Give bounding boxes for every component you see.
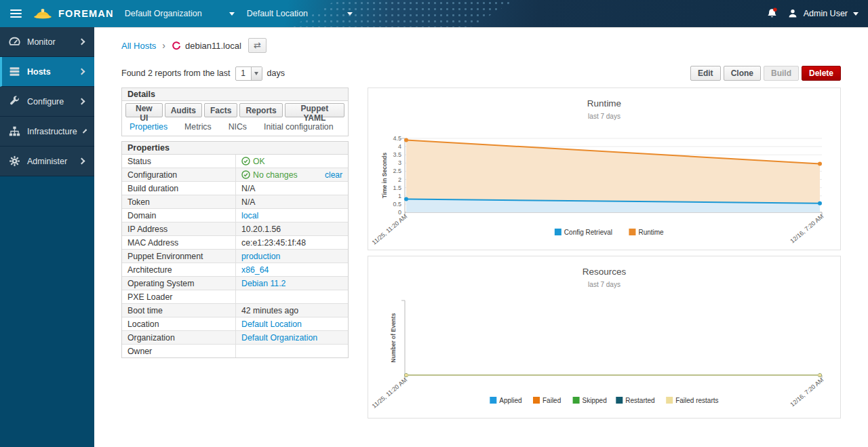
foreman-hardhat-logo-icon xyxy=(33,5,53,22)
wrench-icon xyxy=(9,96,20,107)
svg-text:4.5: 4.5 xyxy=(393,135,401,142)
properties-heading: Properties xyxy=(122,142,348,155)
days-select[interactable]: 1 xyxy=(235,66,262,81)
sidebar-item-monitor[interactable]: Monitor xyxy=(0,27,94,57)
property-value: 42 minutes ago xyxy=(235,304,348,317)
tab-metrics[interactable]: Metrics xyxy=(184,122,212,132)
clear-link[interactable]: clear xyxy=(325,170,342,180)
resources-chart-panel: Resources last 7 days Number of Events11… xyxy=(368,256,841,419)
property-value: N/A xyxy=(235,182,348,195)
property-row-operating-system: Operating SystemDebian 11.2 xyxy=(122,277,348,290)
location-label: Default Location xyxy=(247,9,308,18)
svg-text:2: 2 xyxy=(398,176,401,183)
new-ui-button[interactable]: New UI xyxy=(125,103,163,117)
property-value[interactable]: local xyxy=(235,209,348,222)
property-value[interactable]: Default Organization xyxy=(235,331,348,344)
check-circle-icon xyxy=(241,157,250,166)
sidebar-item-hosts[interactable]: Hosts xyxy=(0,57,94,87)
user-name: Admin User xyxy=(804,9,848,18)
days-select-arrow[interactable] xyxy=(251,67,262,80)
build-button: Build xyxy=(764,66,799,81)
organization-label: Default Organization xyxy=(125,9,202,18)
property-value: No changesclear xyxy=(235,168,348,181)
delete-button[interactable]: Delete xyxy=(802,66,841,81)
svg-text:4: 4 xyxy=(398,143,401,150)
svg-text:Runtime: Runtime xyxy=(638,229,664,236)
svg-text:3.5: 3.5 xyxy=(393,151,401,158)
notifications-bell-icon[interactable] xyxy=(766,7,778,20)
runtime-chart: 00.511.522.533.544.5Time in Seconds11/25… xyxy=(368,119,841,250)
legend-item-failed-restarts[interactable]: Failed restarts xyxy=(666,397,718,404)
architecture-link[interactable]: x86_64 xyxy=(241,265,269,275)
sidebar-item-label: Infrastructure xyxy=(27,127,77,136)
property-row-ip-address: IP Address10.20.1.56 xyxy=(122,222,348,236)
property-row-mac-address: MAC Addressce:e1:23:45:1f:48 xyxy=(122,236,348,250)
legend-item-failed[interactable]: Failed xyxy=(533,397,561,404)
check-circle-icon xyxy=(241,170,250,179)
reports-button[interactable]: Reports xyxy=(239,103,282,117)
property-value: OK xyxy=(235,155,348,168)
property-row-boot-time: Boot time42 minutes ago xyxy=(122,304,348,317)
property-value: ce:e1:23:45:1f:48 xyxy=(235,236,348,249)
svg-text:1: 1 xyxy=(398,193,401,199)
property-label: Puppet Environment xyxy=(122,250,235,263)
property-label: Status xyxy=(122,155,235,168)
tab-nics[interactable]: NICs xyxy=(229,122,247,132)
location-switcher[interactable]: Default Location xyxy=(247,9,353,18)
tab-properties[interactable]: Properties xyxy=(130,122,167,132)
sidebar-item-infrastructure[interactable]: Infrastructure xyxy=(0,117,94,147)
location-link[interactable]: Default Location xyxy=(241,319,302,329)
brand[interactable]: FOREMAN xyxy=(33,5,114,22)
audits-button[interactable]: Audits xyxy=(165,103,202,117)
property-label: Operating System xyxy=(122,277,235,290)
puppet-yaml-button[interactable]: Puppet YAML xyxy=(285,103,344,117)
svg-text:Applied: Applied xyxy=(499,397,521,404)
domain-link[interactable]: local xyxy=(241,211,258,220)
property-row-pxe-loader: PXE Loader xyxy=(122,290,348,304)
property-value[interactable]: Default Location xyxy=(235,317,348,330)
sidebar-item-administer[interactable]: Administer xyxy=(0,147,94,176)
property-label: Domain xyxy=(122,209,235,222)
debian-os-icon xyxy=(172,41,181,50)
legend-item-skipped[interactable]: Skipped xyxy=(573,397,607,404)
organization-switcher[interactable]: Default Organization xyxy=(125,9,235,18)
property-row-architecture: Architecturex86_64 xyxy=(122,263,348,277)
property-row-location: LocationDefault Location xyxy=(122,317,348,331)
legend-item-restarted[interactable]: Restarted xyxy=(616,397,654,404)
property-value[interactable]: production xyxy=(235,250,348,263)
legend-item-runtime[interactable]: Runtime xyxy=(629,229,664,236)
main-content: All Hosts › debian11.local ⇄ Found 2 rep… xyxy=(94,27,868,447)
svg-text:Skipped: Skipped xyxy=(583,397,607,404)
organization-link[interactable]: Default Organization xyxy=(241,333,317,343)
property-value[interactable]: x86_64 xyxy=(235,263,348,276)
svg-text:0.5: 0.5 xyxy=(393,201,401,208)
property-value[interactable]: Debian 11.2 xyxy=(235,277,348,290)
sidebar-item-configure[interactable]: Configure xyxy=(0,87,94,117)
user-menu[interactable]: Admin User xyxy=(787,8,859,19)
y-axis-label: Time in Seconds xyxy=(381,153,388,199)
menu-toggle-button[interactable] xyxy=(0,0,31,27)
property-row-organization: OrganizationDefault Organization xyxy=(122,331,348,345)
property-row-owner: Owner xyxy=(122,345,348,357)
breadcrumb-separator: › xyxy=(162,40,165,51)
host-switcher-button[interactable]: ⇄ xyxy=(248,38,267,53)
runtime-chart-panel: Runtime last 7 days 00.511.522.533.544.5… xyxy=(368,88,841,250)
operating-system-link[interactable]: Debian 11.2 xyxy=(241,279,285,288)
svg-text:Restarted: Restarted xyxy=(625,397,654,404)
property-label: Token xyxy=(122,195,235,208)
breadcrumb-all-hosts-link[interactable]: All Hosts xyxy=(121,41,156,51)
clone-button[interactable]: Clone xyxy=(724,66,761,81)
properties-table: Properties StatusOKConfigurationNo chang… xyxy=(121,141,349,358)
facts-button[interactable]: Facts xyxy=(204,103,237,117)
tab-initial-configuration[interactable]: Initial configuration xyxy=(264,122,334,132)
days-suffix: days xyxy=(267,69,285,78)
svg-text:Failed: Failed xyxy=(542,397,561,404)
legend-item-applied[interactable]: Applied xyxy=(490,397,521,404)
edit-button[interactable]: Edit xyxy=(690,66,721,81)
property-value: 10.20.1.56 xyxy=(235,222,348,235)
puppet-environment-link[interactable]: production xyxy=(241,252,280,261)
legend-item-config-retrieval[interactable]: Config Retrieval xyxy=(555,229,612,236)
svg-text:Config Retrieval: Config Retrieval xyxy=(564,229,612,236)
sidebar-item-label: Monitor xyxy=(27,37,73,47)
details-buttons: New UIAuditsFactsReportsPuppet YAML xyxy=(122,101,348,119)
